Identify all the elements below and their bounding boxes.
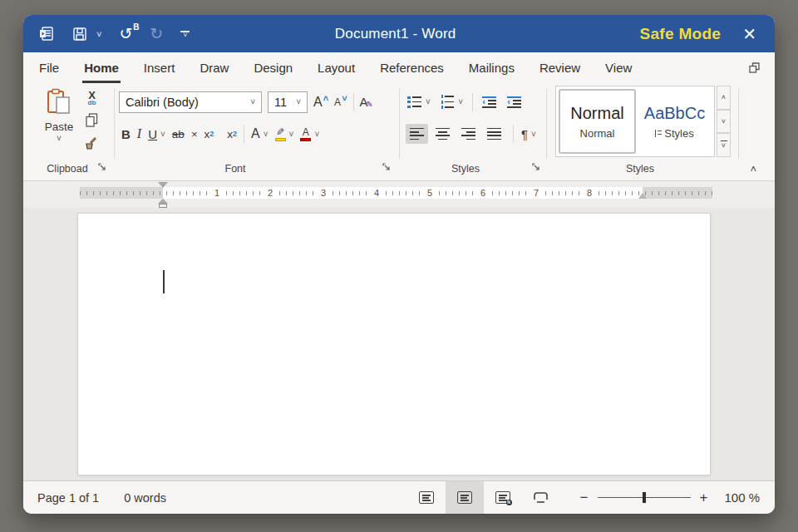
style-card-normal[interactable]: Normal Normal bbox=[559, 89, 636, 154]
justify-button[interactable] bbox=[483, 124, 505, 145]
word-app-icon[interactable] bbox=[38, 26, 55, 42]
paragraph-marks-button[interactable]: ¶ ˅ bbox=[521, 127, 536, 141]
print-layout-button[interactable] bbox=[446, 481, 484, 514]
bold-button[interactable]: B bbox=[121, 127, 131, 141]
ribbon-tab-bar: File Home Insert Draw Design Layout Refe… bbox=[23, 52, 775, 83]
copy-button[interactable] bbox=[86, 113, 98, 131]
redo-icon: ↻ bbox=[150, 24, 163, 43]
font-color-button[interactable]: A ˅ bbox=[300, 127, 319, 141]
first-line-indent-marker[interactable] bbox=[158, 182, 168, 188]
quick-access-toolbar: ˅ ↺B ↻ ˅ bbox=[23, 24, 190, 43]
ruler: 1 2 3 4 5 6 7 8 bbox=[23, 181, 775, 208]
chevron-down-icon: ˅ bbox=[458, 97, 463, 106]
ruler-bar[interactable]: 1 2 3 4 5 6 7 8 bbox=[80, 187, 712, 199]
focus-icon bbox=[533, 491, 549, 504]
highlight-color-button[interactable]: ✎ ˅ bbox=[275, 127, 294, 141]
paste-button[interactable]: Paste ˅ bbox=[40, 88, 78, 143]
ruler-mark: 2 bbox=[265, 187, 275, 199]
save-icon[interactable] bbox=[72, 27, 87, 42]
ruler-mark: 1 bbox=[212, 187, 222, 199]
tab-home[interactable]: Home bbox=[82, 52, 121, 83]
subscript-button[interactable]: × bbox=[191, 128, 198, 140]
chevron-down-icon: ˅ bbox=[289, 130, 294, 139]
numbering-button[interactable]: ˅ bbox=[441, 95, 463, 109]
tab-mailings[interactable]: Mailings bbox=[467, 52, 516, 83]
title-bar: ˅ ↺B ↻ ˅ Document1 - Word Safe Mode ✕ bbox=[23, 15, 775, 52]
gallery-scroll-down-icon[interactable]: ˅ bbox=[717, 110, 731, 134]
paragraph-dialog-launcher-icon[interactable] bbox=[532, 160, 540, 175]
chevron-down-icon: ˅ bbox=[531, 130, 536, 139]
gallery-more-icon[interactable]: ˅ bbox=[717, 133, 731, 157]
page-indicator[interactable]: Page 1 of 1 bbox=[37, 491, 99, 505]
font-color-swatch bbox=[300, 138, 311, 141]
zoom-slider[interactable] bbox=[598, 497, 691, 499]
font-dialog-launcher-icon[interactable] bbox=[382, 160, 391, 175]
text-effects-button[interactable]: A ˅ bbox=[251, 126, 268, 141]
separator bbox=[513, 125, 514, 143]
superscript-button[interactable]: x2 bbox=[204, 128, 214, 140]
styles-gallery-scrollbar: ˄ ˅ ˅ bbox=[717, 86, 731, 157]
format-painter-button[interactable] bbox=[85, 137, 99, 154]
save-dropdown-chevron-icon[interactable]: ˅ bbox=[96, 29, 101, 39]
style-card-styles[interactable]: AaBbCc Styles bbox=[638, 89, 712, 154]
align-left-button[interactable] bbox=[406, 124, 428, 145]
document-area bbox=[23, 208, 775, 480]
group-divider bbox=[399, 88, 400, 159]
document-page[interactable] bbox=[77, 213, 711, 475]
undo-mark: B bbox=[133, 23, 139, 32]
superscript-button-2[interactable]: x2 bbox=[227, 128, 237, 140]
group-divider bbox=[546, 88, 547, 159]
status-bar: Page 1 of 1 0 words N − bbox=[23, 480, 775, 514]
font-group-label: Font bbox=[224, 163, 245, 175]
font-size-combo[interactable]: 11 ˅ bbox=[268, 91, 308, 113]
clipboard-group-label: Clipboad bbox=[47, 163, 87, 175]
strikethrough-button[interactable]: ab bbox=[172, 128, 185, 140]
print-layout-icon bbox=[457, 491, 472, 504]
tab-design[interactable]: Design bbox=[252, 52, 294, 83]
zoom-out-icon[interactable]: − bbox=[575, 490, 594, 506]
font-name-combo[interactable]: Calibri (Body) ˅ bbox=[119, 91, 262, 113]
decrease-indent-icon[interactable]: ‹ bbox=[482, 96, 496, 107]
italic-button[interactable]: I bbox=[137, 126, 141, 141]
tab-references[interactable]: References bbox=[378, 52, 446, 83]
tab-review[interactable]: Review bbox=[538, 52, 582, 83]
undo-icon[interactable]: ↺B bbox=[119, 26, 132, 42]
focus-mode-button[interactable] bbox=[522, 481, 560, 514]
style-set-icon bbox=[655, 130, 662, 137]
zoom-slider-thumb[interactable] bbox=[643, 492, 646, 503]
ribbon-display-options-icon[interactable] bbox=[749, 62, 760, 76]
word-count[interactable]: 0 words bbox=[124, 491, 166, 505]
clipboard-dialog-launcher-icon[interactable] bbox=[98, 160, 106, 175]
chevron-down-icon: ˅ bbox=[250, 97, 255, 106]
bullets-icon bbox=[407, 96, 421, 108]
zoom-control: − + 100 % bbox=[575, 490, 760, 506]
grow-font-button[interactable]: A˄ bbox=[313, 95, 328, 110]
tab-view[interactable]: View bbox=[603, 52, 633, 83]
tab-draw[interactable]: Draw bbox=[198, 52, 230, 83]
group-divider bbox=[738, 88, 739, 159]
cut-button[interactable]: X db bbox=[88, 90, 96, 106]
web-layout-button[interactable]: N bbox=[484, 481, 522, 514]
ruler-mark: 7 bbox=[531, 187, 541, 199]
align-right-button[interactable] bbox=[457, 124, 480, 145]
read-mode-button[interactable] bbox=[407, 481, 446, 514]
customize-quick-access-icon[interactable]: ˅ bbox=[180, 31, 190, 37]
zoom-in-icon[interactable]: + bbox=[695, 490, 713, 506]
tab-file[interactable]: File bbox=[37, 52, 61, 83]
bullets-button[interactable]: ˅ bbox=[407, 96, 431, 108]
close-icon[interactable]: ✕ bbox=[742, 26, 756, 42]
tab-layout[interactable]: Layout bbox=[316, 52, 357, 83]
zoom-percentage[interactable]: 100 % bbox=[724, 490, 760, 505]
change-case-button[interactable]: A✎ bbox=[360, 95, 373, 109]
ribbon: Paste ˅ X db Clipboad bbox=[23, 83, 775, 181]
tab-insert[interactable]: Insert bbox=[142, 52, 177, 83]
increase-indent-icon[interactable]: ‹ bbox=[507, 96, 521, 107]
gallery-scroll-up-icon[interactable]: ˄ bbox=[717, 86, 731, 110]
underline-button[interactable]: U ˅ bbox=[148, 127, 165, 141]
chevron-down-icon: ˅ bbox=[160, 130, 165, 139]
collapse-ribbon-icon[interactable]: ˄ bbox=[750, 163, 756, 175]
align-center-button[interactable] bbox=[431, 124, 454, 145]
align-center-icon bbox=[436, 128, 450, 140]
shrink-font-button[interactable]: A˅ bbox=[334, 96, 347, 108]
styles-group-label: Styles bbox=[626, 163, 654, 175]
